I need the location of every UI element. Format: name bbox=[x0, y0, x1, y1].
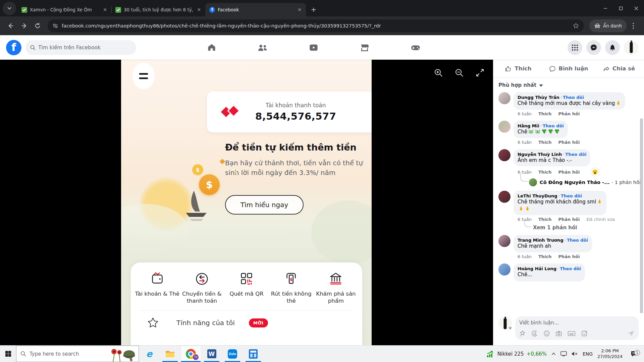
astonished-reaction-badge[interactable] bbox=[591, 168, 599, 176]
feature-qr-scan[interactable]: Quét mã QR bbox=[224, 271, 269, 304]
avatar[interactable] bbox=[498, 263, 511, 276]
comment-author[interactable]: Trang Minh Trương bbox=[518, 238, 564, 243]
comment-input[interactable]: Viết bình luận... GIF bbox=[515, 316, 639, 340]
follow-link[interactable]: Theo dõi bbox=[567, 238, 588, 243]
site-info-icon[interactable] bbox=[52, 23, 58, 29]
feature-cardless-withdraw[interactable]: $ Rút tiền không thẻ bbox=[269, 271, 314, 304]
sticker-face-icon[interactable] bbox=[581, 330, 588, 337]
gif-icon[interactable]: GIF bbox=[568, 330, 576, 337]
zoom-out-icon[interactable] bbox=[455, 68, 464, 77]
clock[interactable]: 2:06 PM 27/05/2024 bbox=[597, 348, 623, 360]
start-button[interactable] bbox=[0, 346, 16, 362]
feature-accounts-cards[interactable]: Tài khoản & Thẻ bbox=[135, 271, 179, 304]
send-icon[interactable] bbox=[627, 330, 635, 337]
feature-explore-products[interactable]: Khám phá sản phẩm bbox=[314, 271, 358, 304]
facebook-logo[interactable]: f bbox=[6, 40, 21, 55]
home-icon[interactable] bbox=[193, 39, 230, 56]
my-features-row[interactable]: Tính năng của tôi MỚI bbox=[131, 311, 362, 329]
back-button[interactable] bbox=[5, 20, 16, 32]
comment-reply[interactable]: Phản hồi bbox=[558, 170, 580, 175]
taskbar-app-ie[interactable]: e bbox=[139, 346, 160, 362]
show-hidden-icons-chevron[interactable] bbox=[551, 352, 556, 355]
follow-link[interactable]: Theo dõi bbox=[561, 193, 582, 198]
avatar[interactable] bbox=[498, 121, 511, 133]
avatar[interactable] bbox=[498, 191, 511, 203]
comment-author[interactable]: Hằng Mii bbox=[518, 123, 539, 128]
comment-like[interactable]: Thích bbox=[538, 111, 552, 116]
comment-reply[interactable]: Phản hồi bbox=[558, 111, 580, 116]
friends-icon[interactable] bbox=[244, 39, 281, 56]
close-tab-icon[interactable]: ✕ bbox=[297, 7, 303, 13]
apps-grid-icon[interactable] bbox=[568, 40, 582, 55]
notifications-bell-icon[interactable] bbox=[605, 40, 620, 55]
zoom-in-icon[interactable] bbox=[434, 68, 443, 77]
tab-search-button[interactable] bbox=[3, 2, 16, 15]
messenger-icon[interactable] bbox=[586, 40, 601, 55]
comment-like[interactable]: Thích bbox=[538, 254, 552, 259]
taskbar-app-zalo[interactable]: Zalo bbox=[222, 346, 243, 362]
forward-button[interactable] bbox=[18, 20, 30, 32]
tab-xamvn[interactable]: Xamvn - Cộng Đồng Xe Ôm ✕ bbox=[17, 3, 111, 16]
comment-author[interactable]: Hoàng Hải Long bbox=[518, 266, 556, 271]
volume-muted-icon[interactable] bbox=[572, 351, 578, 356]
comment-author[interactable]: LeThi ThuyDung bbox=[518, 193, 557, 198]
sort-selector[interactable]: Phù hợp nhất bbox=[493, 78, 644, 89]
url-text[interactable]: facebook.com/nguyenthaophongthuy86/photo… bbox=[62, 23, 573, 28]
marketplace-icon[interactable] bbox=[346, 39, 383, 56]
scrollbar-thumb[interactable] bbox=[640, 118, 643, 326]
photo-banking-app[interactable]: Tài khoản thanh toán 8,544,576,577 Để ti… bbox=[121, 60, 372, 345]
switch-profile-chevron-icon[interactable] bbox=[507, 325, 513, 330]
cast-icon[interactable] bbox=[560, 351, 567, 356]
comment-like[interactable]: Thích bbox=[538, 217, 552, 222]
follow-link[interactable]: Theo dõi bbox=[565, 152, 586, 157]
language-indicator[interactable]: ENG bbox=[583, 351, 593, 357]
stock-widget[interactable]: Nikkei 225 +0,66% bbox=[487, 350, 547, 358]
like-button[interactable]: Thích bbox=[493, 65, 543, 72]
tab-facebook[interactable]: f Facebook ✕ bbox=[205, 3, 306, 16]
reply-author[interactable]: Cô Đồng Nguyên Thảo -... bbox=[540, 180, 610, 185]
taskbar-app-explorer[interactable] bbox=[160, 346, 180, 362]
comment-button[interactable]: Bình luận bbox=[543, 65, 594, 72]
minimize-button[interactable] bbox=[598, 0, 613, 16]
action-center-button[interactable]: 1 bbox=[627, 351, 641, 357]
comment-reply[interactable]: Phản hồi bbox=[558, 254, 580, 259]
comment-author[interactable]: Dungg Thùy Trần bbox=[518, 95, 559, 100]
maximize-button[interactable] bbox=[613, 0, 629, 16]
avatar[interactable] bbox=[498, 235, 511, 247]
comment-reply[interactable]: Phản hồi bbox=[558, 140, 580, 145]
avatar-sticker-icon[interactable] bbox=[519, 330, 526, 337]
address-bar[interactable]: facebook.com/nguyenthaophongthuy86/photo… bbox=[48, 19, 584, 32]
reload-button[interactable] bbox=[32, 20, 43, 32]
taskbar-app-chrome[interactable]: Từ bbox=[180, 346, 201, 362]
avatar[interactable] bbox=[498, 149, 511, 161]
close-window-button[interactable] bbox=[629, 0, 644, 16]
comment-reply[interactable]: Phản hồi bbox=[558, 217, 580, 222]
follow-link[interactable]: Theo dõi bbox=[560, 266, 581, 271]
watch-icon[interactable] bbox=[295, 39, 332, 56]
browser-menu-icon[interactable] bbox=[628, 20, 639, 32]
avatar[interactable] bbox=[498, 92, 511, 104]
gaming-icon[interactable] bbox=[397, 39, 434, 56]
close-tab-icon[interactable]: ✕ bbox=[196, 7, 202, 13]
new-tab-button[interactable]: + bbox=[309, 4, 319, 14]
close-tab-icon[interactable]: ✕ bbox=[102, 7, 108, 13]
feature-transfer[interactable]: Chuyển tiền & thanh toán bbox=[179, 271, 224, 304]
tab-article[interactable]: 30 tuổi, tích luỹ được hơn 8 tỷ, t ✕ bbox=[111, 3, 205, 16]
expand-icon[interactable] bbox=[476, 68, 484, 77]
profile-avatar[interactable] bbox=[624, 40, 639, 55]
sticker-icon[interactable] bbox=[531, 330, 538, 337]
poppy-helmet-doodle[interactable] bbox=[109, 347, 137, 362]
taskbar-app-calculator[interactable] bbox=[243, 346, 264, 362]
follow-link[interactable]: Theo dõi bbox=[543, 123, 564, 128]
comment-like[interactable]: Thích bbox=[538, 170, 552, 175]
comment-like[interactable]: Thích bbox=[538, 140, 552, 145]
comment-author[interactable]: Nguyễn Thuỳ Linh bbox=[518, 152, 562, 157]
share-button[interactable]: Chia sẻ bbox=[594, 65, 644, 72]
view-replies-link[interactable]: Xem 1 phản hồi bbox=[533, 225, 615, 231]
search-input[interactable]: Tìm kiếm trên Facebook bbox=[25, 40, 136, 55]
avatar[interactable] bbox=[529, 178, 537, 186]
bookmark-star-icon[interactable] bbox=[573, 22, 579, 29]
camera-icon[interactable] bbox=[555, 330, 562, 337]
emoji-icon[interactable] bbox=[543, 330, 550, 337]
follow-link[interactable]: Theo dõi bbox=[563, 95, 584, 100]
